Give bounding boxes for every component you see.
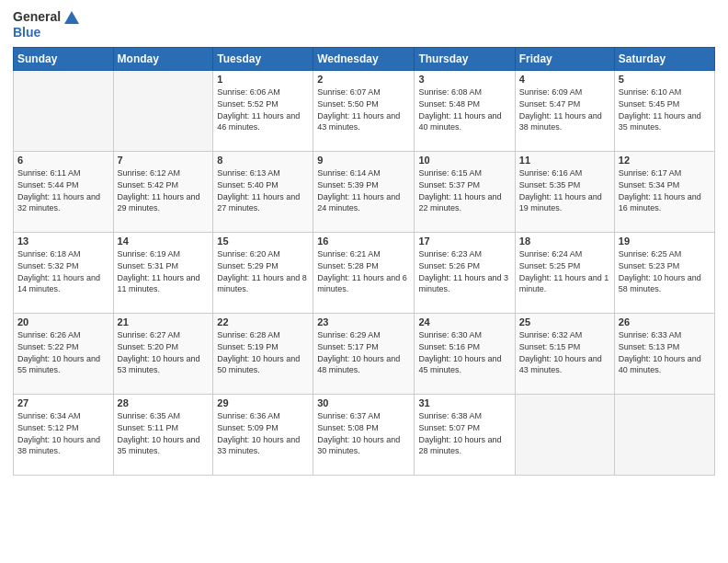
day-number: 29: [217, 397, 309, 408]
day-info: Sunrise: 6:29 AM Sunset: 5:17 PM Dayligh…: [317, 329, 410, 375]
day-info: Sunrise: 6:33 AM Sunset: 5:13 PM Dayligh…: [619, 329, 711, 375]
calendar-cell: 26Sunrise: 6:33 AM Sunset: 5:13 PM Dayli…: [614, 314, 714, 395]
day-number: 18: [519, 236, 610, 247]
day-number: 24: [418, 316, 510, 327]
page: General Blue SundayMondayTuesdayWednesda…: [0, 0, 728, 563]
day-info: Sunrise: 6:32 AM Sunset: 5:15 PM Dayligh…: [519, 329, 610, 375]
logo-general: General: [13, 10, 61, 24]
day-info: Sunrise: 6:37 AM Sunset: 5:08 PM Dayligh…: [317, 410, 410, 456]
day-info: Sunrise: 6:10 AM Sunset: 5:45 PM Dayligh…: [619, 86, 711, 132]
calendar-cell: 11Sunrise: 6:16 AM Sunset: 5:35 PM Dayli…: [515, 152, 614, 233]
calendar-cell: 27Sunrise: 6:34 AM Sunset: 5:12 PM Dayli…: [14, 395, 114, 476]
weekday-header: Saturday: [614, 48, 714, 71]
calendar-cell: 17Sunrise: 6:23 AM Sunset: 5:26 PM Dayli…: [415, 233, 515, 314]
day-number: 23: [317, 316, 410, 327]
calendar-cell: 3Sunrise: 6:08 AM Sunset: 5:48 PM Daylig…: [415, 71, 515, 152]
logo-text: General Blue: [13, 9, 80, 40]
weekday-header: Sunday: [14, 48, 114, 71]
day-info: Sunrise: 6:27 AM Sunset: 5:20 PM Dayligh…: [118, 329, 210, 375]
calendar-cell: 19Sunrise: 6:25 AM Sunset: 5:23 PM Dayli…: [614, 233, 714, 314]
calendar-cell: 20Sunrise: 6:26 AM Sunset: 5:22 PM Dayli…: [14, 314, 114, 395]
calendar-table: SundayMondayTuesdayWednesdayThursdayFrid…: [13, 47, 715, 476]
weekday-header: Monday: [113, 48, 213, 71]
day-number: 15: [217, 236, 309, 247]
calendar-cell: 4Sunrise: 6:09 AM Sunset: 5:47 PM Daylig…: [515, 71, 614, 152]
logo-blue: Blue: [13, 26, 80, 40]
day-number: 7: [118, 155, 210, 166]
day-info: Sunrise: 6:06 AM Sunset: 5:52 PM Dayligh…: [217, 86, 309, 132]
day-number: 10: [418, 155, 510, 166]
calendar-cell: 9Sunrise: 6:14 AM Sunset: 5:39 PM Daylig…: [313, 152, 415, 233]
calendar-cell: 14Sunrise: 6:19 AM Sunset: 5:31 PM Dayli…: [113, 233, 213, 314]
logo: General Blue: [13, 9, 80, 40]
calendar-cell: [515, 395, 614, 476]
calendar-cell: [614, 395, 714, 476]
day-info: Sunrise: 6:20 AM Sunset: 5:29 PM Dayligh…: [217, 248, 309, 294]
calendar-cell: 13Sunrise: 6:18 AM Sunset: 5:32 PM Dayli…: [14, 233, 114, 314]
day-info: Sunrise: 6:15 AM Sunset: 5:37 PM Dayligh…: [418, 167, 510, 213]
day-number: 11: [519, 155, 610, 166]
calendar-cell: 8Sunrise: 6:13 AM Sunset: 5:40 PM Daylig…: [213, 152, 313, 233]
day-number: 14: [118, 236, 210, 247]
calendar-cell: 10Sunrise: 6:15 AM Sunset: 5:37 PM Dayli…: [415, 152, 515, 233]
day-number: 17: [418, 236, 510, 247]
calendar-week-row: 1Sunrise: 6:06 AM Sunset: 5:52 PM Daylig…: [14, 71, 715, 152]
day-info: Sunrise: 6:36 AM Sunset: 5:09 PM Dayligh…: [217, 410, 309, 456]
day-number: 1: [217, 74, 309, 85]
day-number: 16: [317, 236, 410, 247]
calendar-week-row: 20Sunrise: 6:26 AM Sunset: 5:22 PM Dayli…: [14, 314, 715, 395]
day-info: Sunrise: 6:18 AM Sunset: 5:32 PM Dayligh…: [17, 248, 109, 294]
day-number: 4: [519, 74, 610, 85]
day-number: 3: [418, 74, 510, 85]
day-number: 6: [17, 155, 109, 166]
day-info: Sunrise: 6:13 AM Sunset: 5:40 PM Dayligh…: [217, 167, 309, 213]
calendar-cell: 1Sunrise: 6:06 AM Sunset: 5:52 PM Daylig…: [213, 71, 313, 152]
weekday-header: Tuesday: [213, 48, 313, 71]
day-number: 25: [519, 316, 610, 327]
calendar-cell: [14, 71, 114, 152]
calendar-cell: 16Sunrise: 6:21 AM Sunset: 5:28 PM Dayli…: [313, 233, 415, 314]
calendar-week-row: 6Sunrise: 6:11 AM Sunset: 5:44 PM Daylig…: [14, 152, 715, 233]
weekday-header: Friday: [515, 48, 614, 71]
day-number: 13: [17, 236, 109, 247]
day-number: 31: [418, 397, 510, 408]
calendar-cell: 15Sunrise: 6:20 AM Sunset: 5:29 PM Dayli…: [213, 233, 313, 314]
day-info: Sunrise: 6:19 AM Sunset: 5:31 PM Dayligh…: [118, 248, 210, 294]
day-number: 22: [217, 316, 309, 327]
day-info: Sunrise: 6:14 AM Sunset: 5:39 PM Dayligh…: [317, 167, 410, 213]
logo-triangle-icon: [63, 9, 80, 26]
calendar-cell: 29Sunrise: 6:36 AM Sunset: 5:09 PM Dayli…: [213, 395, 313, 476]
day-number: 27: [17, 397, 109, 408]
calendar-cell: 5Sunrise: 6:10 AM Sunset: 5:45 PM Daylig…: [614, 71, 714, 152]
header-row: SundayMondayTuesdayWednesdayThursdayFrid…: [14, 48, 715, 71]
calendar-cell: 6Sunrise: 6:11 AM Sunset: 5:44 PM Daylig…: [14, 152, 114, 233]
day-number: 28: [118, 397, 210, 408]
calendar-cell: 31Sunrise: 6:38 AM Sunset: 5:07 PM Dayli…: [415, 395, 515, 476]
day-info: Sunrise: 6:07 AM Sunset: 5:50 PM Dayligh…: [317, 86, 410, 132]
day-info: Sunrise: 6:23 AM Sunset: 5:26 PM Dayligh…: [418, 248, 510, 294]
day-info: Sunrise: 6:12 AM Sunset: 5:42 PM Dayligh…: [118, 167, 210, 213]
day-info: Sunrise: 6:30 AM Sunset: 5:16 PM Dayligh…: [418, 329, 510, 375]
calendar-cell: 28Sunrise: 6:35 AM Sunset: 5:11 PM Dayli…: [113, 395, 213, 476]
calendar-week-row: 13Sunrise: 6:18 AM Sunset: 5:32 PM Dayli…: [14, 233, 715, 314]
calendar-cell: 2Sunrise: 6:07 AM Sunset: 5:50 PM Daylig…: [313, 71, 415, 152]
day-info: Sunrise: 6:28 AM Sunset: 5:19 PM Dayligh…: [217, 329, 309, 375]
day-number: 26: [619, 316, 711, 327]
day-info: Sunrise: 6:11 AM Sunset: 5:44 PM Dayligh…: [17, 167, 109, 213]
header: General Blue: [13, 9, 715, 40]
day-info: Sunrise: 6:21 AM Sunset: 5:28 PM Dayligh…: [317, 248, 410, 294]
calendar-cell: 24Sunrise: 6:30 AM Sunset: 5:16 PM Dayli…: [415, 314, 515, 395]
day-info: Sunrise: 6:16 AM Sunset: 5:35 PM Dayligh…: [519, 167, 610, 213]
calendar-cell: 22Sunrise: 6:28 AM Sunset: 5:19 PM Dayli…: [213, 314, 313, 395]
day-number: 19: [619, 236, 711, 247]
calendar-cell: 21Sunrise: 6:27 AM Sunset: 5:20 PM Dayli…: [113, 314, 213, 395]
calendar-cell: [113, 71, 213, 152]
day-info: Sunrise: 6:24 AM Sunset: 5:25 PM Dayligh…: [519, 248, 610, 294]
day-info: Sunrise: 6:25 AM Sunset: 5:23 PM Dayligh…: [619, 248, 711, 294]
weekday-header: Thursday: [415, 48, 515, 71]
day-number: 30: [317, 397, 410, 408]
day-number: 12: [619, 155, 711, 166]
day-number: 2: [317, 74, 410, 85]
svg-marker-0: [64, 11, 79, 24]
day-number: 8: [217, 155, 309, 166]
